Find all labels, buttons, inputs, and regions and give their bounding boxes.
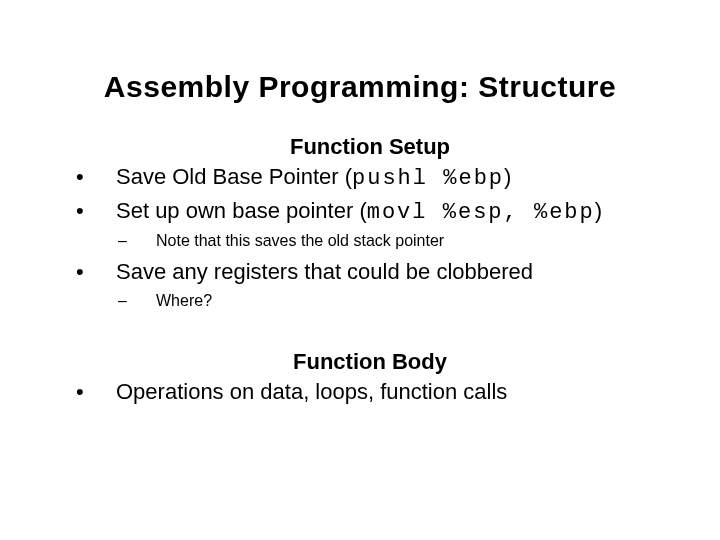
bullet-list-1: Save Old Base Pointer (pushl %ebp) Set u… bbox=[70, 162, 670, 227]
section-heading-setup: Function Setup bbox=[70, 134, 670, 160]
bullet-item: Set up own base pointer (movl %esp, %ebp… bbox=[70, 196, 670, 228]
sub-bullet-item: Where? bbox=[70, 289, 670, 313]
bullet-item: Save any registers that could be clobber… bbox=[70, 257, 670, 287]
slide-body: Function Setup Save Old Base Pointer (pu… bbox=[0, 134, 720, 407]
code-text: movl %esp, %ebp bbox=[367, 200, 595, 225]
bullet-text: ) bbox=[595, 198, 602, 223]
slide: Assembly Programming: Structure Function… bbox=[0, 0, 720, 540]
bullet-text: ) bbox=[504, 164, 511, 189]
bullet-text: Save any registers that could be clobber… bbox=[116, 259, 533, 284]
section-heading-body: Function Body bbox=[70, 349, 670, 375]
bullet-text: Save Old Base Pointer ( bbox=[116, 164, 352, 189]
bullet-text: Operations on data, loops, function call… bbox=[116, 379, 507, 404]
bullet-text: Set up own base pointer ( bbox=[116, 198, 367, 223]
code-text: pushl %ebp bbox=[352, 166, 504, 191]
slide-title: Assembly Programming: Structure bbox=[0, 0, 720, 134]
bullet-item: Save Old Base Pointer (pushl %ebp) bbox=[70, 162, 670, 194]
bullet-item: Operations on data, loops, function call… bbox=[70, 377, 670, 407]
bullet-list-1b: Save any registers that could be clobber… bbox=[70, 257, 670, 287]
sub-bullet-item: Note that this saves the old stack point… bbox=[70, 229, 670, 253]
sub-bullet-list: Note that this saves the old stack point… bbox=[70, 229, 670, 253]
sub-bullet-list: Where? bbox=[70, 289, 670, 313]
bullet-list-2: Operations on data, loops, function call… bbox=[70, 377, 670, 407]
